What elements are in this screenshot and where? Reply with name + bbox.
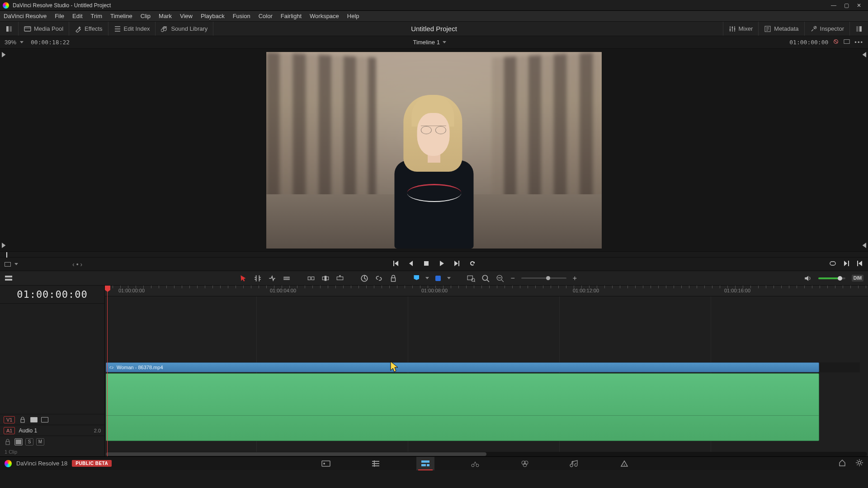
transform-icon[interactable]	[5, 262, 11, 267]
go-last-button[interactable]	[856, 260, 863, 269]
marker-icon[interactable]	[435, 276, 441, 281]
media-pool-button[interactable]: Media Pool	[19, 22, 69, 36]
video-clip[interactable]: Woman - 86378.mp4	[106, 362, 819, 372]
mark-in-out-icon[interactable]	[829, 260, 836, 269]
prev-frame-button[interactable]	[407, 260, 415, 269]
timeline-tracks[interactable]: 01:00:00:0001:00:04:0001:00:08:0001:00:1…	[105, 286, 868, 456]
out-point-icon[interactable]	[1, 242, 8, 249]
menu-fairlight[interactable]: Fairlight	[281, 13, 302, 19]
stop-button[interactable]	[423, 260, 430, 269]
menu-timeline[interactable]: Timeline	[110, 13, 132, 19]
viewer-timecode[interactable]: 01:00:00:00	[789, 39, 828, 46]
first-frame-button[interactable]	[392, 260, 399, 269]
auto-select-icon[interactable]	[30, 417, 38, 422]
edit-page-button[interactable]	[416, 457, 434, 470]
timeline-view-options-icon[interactable]	[5, 274, 13, 282]
dim-button[interactable]: DIM	[852, 275, 863, 282]
timeline-chevron-icon[interactable]	[443, 41, 446, 43]
solo-button[interactable]: S	[25, 438, 33, 446]
inspector-button[interactable]: Inspector	[804, 22, 849, 36]
mixer-button[interactable]: Mixer	[723, 22, 759, 36]
zoom-minus[interactable]: −	[510, 274, 514, 282]
expand-left-button[interactable]	[0, 22, 19, 36]
timeline-ruler[interactable]: 01:00:00:0001:00:04:0001:00:08:0001:00:1…	[105, 286, 868, 296]
link-icon[interactable]	[375, 274, 383, 282]
video-track[interactable]: Woman - 86378.mp4	[106, 362, 860, 372]
transform-chevron-icon[interactable]	[14, 263, 18, 265]
menu-color[interactable]: Color	[259, 13, 273, 19]
media-page-button[interactable]	[317, 457, 335, 470]
match-frame-out-icon[interactable]	[860, 242, 867, 249]
close-button[interactable]: ✕	[853, 1, 865, 10]
menu-mark[interactable]: Mark	[159, 13, 172, 19]
jog-bar[interactable]	[0, 251, 868, 258]
volume-icon[interactable]	[804, 274, 812, 282]
match-frame-icon[interactable]	[860, 52, 867, 58]
lock-icon[interactable]	[389, 274, 397, 282]
blade-tool-icon[interactable]	[283, 274, 291, 282]
timeline-scrollbar[interactable]	[106, 452, 867, 456]
viewer-options-icon[interactable]: •••	[854, 39, 863, 46]
audio-track[interactable]	[106, 373, 860, 441]
home-button[interactable]	[838, 459, 846, 469]
menu-file[interactable]: File	[55, 13, 64, 19]
zoom-slider[interactable]	[521, 277, 566, 279]
in-point-icon[interactable]	[1, 52, 8, 58]
zoom-plus[interactable]: +	[573, 274, 577, 282]
color-page-button[interactable]	[516, 457, 534, 470]
project-settings-button[interactable]	[855, 459, 863, 469]
menu-clip[interactable]: Clip	[141, 13, 151, 19]
marker-chevron-icon[interactable]	[447, 277, 451, 279]
menu-davinci[interactable]: DaVinci Resolve	[4, 13, 47, 19]
fairlight-page-button[interactable]	[566, 457, 584, 470]
mute-button[interactable]: M	[36, 438, 44, 446]
trim-tool-icon[interactable]	[254, 274, 262, 282]
menu-trim[interactable]: Trim	[91, 13, 103, 19]
retime-icon[interactable]	[360, 274, 368, 282]
zoom-out-icon[interactable]	[496, 274, 504, 282]
video-track-header[interactable]: V1	[0, 414, 104, 425]
sound-library-button[interactable]: Sound Library	[156, 22, 213, 36]
volume-slider[interactable]	[818, 277, 845, 279]
zoom-chevron-icon[interactable]	[20, 41, 24, 43]
timeline-name[interactable]: Timeline 1	[413, 39, 439, 46]
overwrite-clip-icon[interactable]	[321, 274, 330, 282]
timeline-timecode[interactable]: 01:00:00:00	[0, 286, 104, 304]
playhead-line[interactable]	[107, 286, 108, 456]
v1-tag[interactable]: V1	[4, 416, 15, 423]
dynamic-trim-icon[interactable]	[268, 274, 276, 282]
loop-button[interactable]	[469, 260, 476, 269]
edit-index-button[interactable]: Edit Index	[108, 22, 156, 36]
minimize-button[interactable]: —	[827, 1, 840, 10]
bypass-icon[interactable]	[833, 38, 839, 46]
replace-clip-icon[interactable]	[336, 274, 344, 282]
deliver-page-button[interactable]	[615, 457, 633, 470]
flag-chevron-icon[interactable]	[425, 277, 429, 279]
viewer-zoom[interactable]: 39%	[5, 39, 16, 46]
menu-help[interactable]: Help	[347, 13, 359, 19]
menu-workspace[interactable]: Workspace	[310, 13, 339, 19]
flag-icon[interactable]	[414, 275, 419, 282]
single-viewer-icon[interactable]	[844, 38, 850, 46]
menu-fusion[interactable]: Fusion	[233, 13, 250, 19]
play-button[interactable]	[438, 260, 445, 269]
search-clip-icon[interactable]	[467, 274, 475, 282]
track-enable-icon[interactable]	[41, 417, 48, 422]
cut-page-button[interactable]	[367, 457, 385, 470]
audio-clip[interactable]	[106, 373, 819, 441]
menu-view[interactable]: View	[180, 13, 193, 19]
effects-button[interactable]: Effects	[69, 22, 108, 36]
selection-tool-icon[interactable]	[239, 274, 247, 282]
expand-right-button[interactable]	[849, 22, 868, 36]
match-nav[interactable]: ‹•›	[72, 261, 82, 268]
go-next-button[interactable]	[843, 260, 850, 269]
audio-track-header[interactable]: A1 Audio 1 2.0	[0, 425, 104, 436]
search-icon[interactable]	[481, 274, 490, 282]
metadata-button[interactable]: Metadata	[758, 22, 804, 36]
insert-clip-icon[interactable]	[307, 274, 315, 282]
audio-autosel-icon[interactable]	[14, 438, 23, 446]
fusion-page-button[interactable]	[466, 457, 484, 470]
next-frame-button[interactable]	[453, 260, 461, 269]
lock-track-icon[interactable]	[19, 417, 27, 423]
menu-playback[interactable]: Playback	[201, 13, 225, 19]
